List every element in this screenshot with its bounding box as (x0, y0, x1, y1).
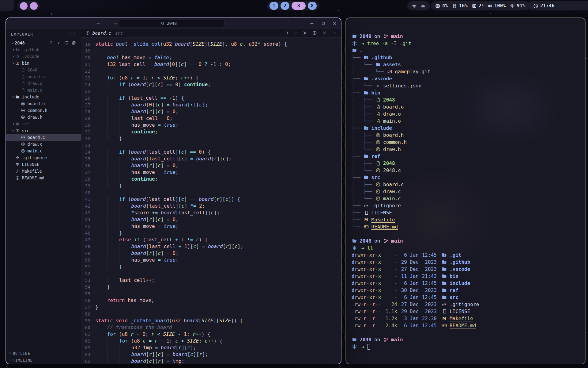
code-line-45[interactable]: 45 has_move = true; (81, 223, 341, 230)
code-line-61[interactable]: 61 for (u8 r = 0; r < SIZE - 1; r++) { (81, 331, 341, 338)
code-line-30[interactable]: 30 has_move = true; (81, 122, 341, 128)
sidebar-item-board-o[interactable]: board.o (6, 73, 81, 80)
sidebar-item-board-c[interactable]: Cboard.c (6, 134, 81, 141)
refresh-button[interactable] (64, 41, 68, 45)
close-button[interactable] (333, 21, 337, 25)
code-line-39[interactable]: 39 } (81, 182, 341, 189)
code-line-50[interactable]: 50 has_move = true; (81, 257, 341, 263)
maximize-button[interactable] (321, 21, 325, 25)
nav-forward-button[interactable]: → (114, 18, 117, 29)
code-line-52[interactable]: 52 (81, 270, 341, 277)
workspace-1[interactable]: 1 (270, 2, 278, 10)
tab-board-c[interactable]: C board.c src (85, 31, 123, 36)
code-line-31[interactable]: 31 continue; (81, 128, 341, 135)
sidebar-item--github[interactable]: .github (6, 46, 81, 53)
command-search-box[interactable] (119, 20, 224, 27)
workspace-2[interactable]: 2 (281, 2, 289, 10)
sidebar-item-main-c[interactable]: Cmain.c (6, 148, 81, 154)
sidebar-item-license[interactable]: LICENSE (6, 161, 81, 168)
run-debug-button[interactable] (285, 31, 289, 35)
sidebar-item-src[interactable]: src (6, 127, 81, 134)
sidebar-item-draw-h[interactable]: Hdraw.h (6, 114, 81, 121)
sidebar-item-common-h[interactable]: Hcommon.h (6, 107, 81, 114)
project-root-row[interactable]: 2048 (6, 40, 81, 46)
code-line-28[interactable]: 28 board[r][c] = 0; (81, 108, 341, 115)
code-line-38[interactable]: 38 continue; (81, 176, 341, 182)
code-line-58[interactable]: 58 (81, 311, 341, 317)
sidebar-item-readme-md[interactable]: README.md (6, 174, 81, 181)
new-file-button[interactable] (49, 41, 53, 45)
code-line-57[interactable]: 57} (81, 304, 341, 311)
code-line-59[interactable]: 59static void _rotate_board(u32 board[SI… (81, 317, 341, 324)
code-line-20[interactable]: 20 bool has_move = false; (81, 54, 341, 61)
code-line-29[interactable]: 29 last_cell = 0; (81, 115, 341, 122)
code-line-37[interactable]: 37 has_move = true; (81, 169, 341, 176)
code-line-49[interactable]: 49 board[r][c] = 0; (81, 250, 341, 257)
sidebar-item-draw-c[interactable]: Cdraw.c (6, 141, 81, 148)
media-next-button[interactable] (30, 2, 38, 10)
code-line-63[interactable]: 63 u32 tmp = board[r][c]; (81, 344, 341, 351)
sidebar-item-makefile[interactable]: Makefile (6, 168, 81, 174)
code-line-21[interactable]: 21 i32 last_cell = board[0][c] == 0 ? -1… (81, 61, 341, 68)
code-line-33[interactable]: 33 (81, 142, 341, 149)
code-line-35[interactable]: 35 board[last_cell][c] = board[r][c]; (81, 155, 341, 162)
code-line-42[interactable]: 42 board[last_cell][c] *= 2; (81, 203, 341, 209)
workspace-8[interactable]: 8 (308, 2, 317, 10)
timeline-section[interactable]: TIMELINE (6, 357, 81, 363)
outline-section[interactable]: OUTLINE (6, 350, 81, 357)
sidebar-item-2048[interactable]: 2048 (6, 67, 81, 73)
collapse-all-button[interactable] (72, 41, 76, 45)
sidebar-item-board-h[interactable]: Hboard.h (6, 100, 81, 107)
code-line-46[interactable]: 46 } (81, 230, 341, 236)
code-line-24[interactable]: 24 if (board[r][c] == 0) continue; (81, 81, 341, 88)
code-line-54[interactable]: 54 } (81, 284, 341, 290)
code-line-27[interactable]: 27 board[0][c] = board[r][c]; (81, 102, 341, 108)
code-line-47[interactable]: 47 else if (last_cell + 1 != r) { (81, 236, 341, 243)
code-line-64[interactable]: 64 board[r][c] = board[c][r]; (81, 351, 341, 358)
search-input[interactable] (167, 21, 183, 26)
code-line-23[interactable]: 23 for (u8 r = 1; r < SIZE; r++) { (81, 75, 341, 81)
media-prev-button[interactable] (20, 2, 28, 10)
code-line-19[interactable]: 19 (81, 48, 341, 54)
terminal-window[interactable]: 2048 on main→tree -a -I .git.├── .github… (345, 17, 586, 364)
sidebar-item--vscode[interactable]: .vscode (6, 53, 81, 60)
editor-titlebar[interactable]: ← → (6, 18, 341, 29)
terminal-cursor-line[interactable]: → (352, 343, 585, 350)
code-line-41[interactable]: 41 if (board[last_cell][c] == board[r][c… (81, 196, 341, 203)
code-area[interactable]: 18static bool _slide_col(u32 board[SIZE]… (81, 38, 341, 364)
settings-gear-button[interactable] (303, 31, 307, 35)
sidebar-item-include[interactable]: include (6, 94, 81, 100)
code-line-40[interactable]: 40 (81, 189, 341, 196)
close-editor-button[interactable] (322, 31, 327, 35)
explorer-more-actions-button[interactable]: ··· (68, 31, 76, 37)
code-line-26[interactable]: 26 if (last_cell == -1) { (81, 95, 341, 102)
code-line-55[interactable]: 55 (81, 290, 341, 297)
sidebar-item--gitignore[interactable]: .gitignore (6, 154, 81, 161)
sidebar-item-ref[interactable]: ref (6, 121, 81, 127)
code-line-32[interactable]: 32 } (81, 135, 341, 142)
code-line-56[interactable]: 56 return has_move; (81, 297, 341, 304)
code-line-48[interactable]: 48 board[last_cell + 1][c] = board[r][c]… (81, 243, 341, 250)
nav-back-button[interactable]: ← (97, 18, 100, 29)
code-line-51[interactable]: 51 } (81, 263, 341, 270)
minimize-button[interactable] (310, 21, 314, 25)
sidebar-item-bin[interactable]: bin (6, 60, 81, 67)
code-line-53[interactable]: 53 last_cell++; (81, 277, 341, 284)
code-line-18[interactable]: 18static bool _slide_col(u32 board[SIZE]… (81, 41, 341, 48)
code-line-36[interactable]: 36 board[r][c] = 0; (81, 162, 341, 169)
nixos-launcher-button[interactable] (0, 0, 14, 11)
code-line-60[interactable]: 60 // transpose the board (81, 324, 341, 331)
chevron-down-icon[interactable] (294, 32, 297, 35)
more-actions-button[interactable] (332, 31, 337, 35)
new-folder-button[interactable] (56, 41, 61, 45)
code-line-25[interactable]: 25 (81, 88, 341, 95)
code-line-43[interactable]: 43 *score += board[last_cell][c]; (81, 209, 341, 216)
code-line-65[interactable]: 65 board[c][r] = tmp; (81, 358, 341, 364)
sidebar-item-draw-o[interactable]: draw.o (6, 80, 81, 87)
code-line-22[interactable]: 22 (81, 68, 341, 75)
code-line-44[interactable]: 44 board[r][c] = 0; (81, 216, 341, 223)
workspace-3-active[interactable]: 3 (292, 2, 306, 10)
split-editor-button[interactable] (312, 31, 317, 35)
code-line-62[interactable]: 62 for (u8 c = r + 1; c < SIZE; c++) { (81, 338, 341, 344)
sidebar-item-main-o[interactable]: main.o (6, 87, 81, 94)
